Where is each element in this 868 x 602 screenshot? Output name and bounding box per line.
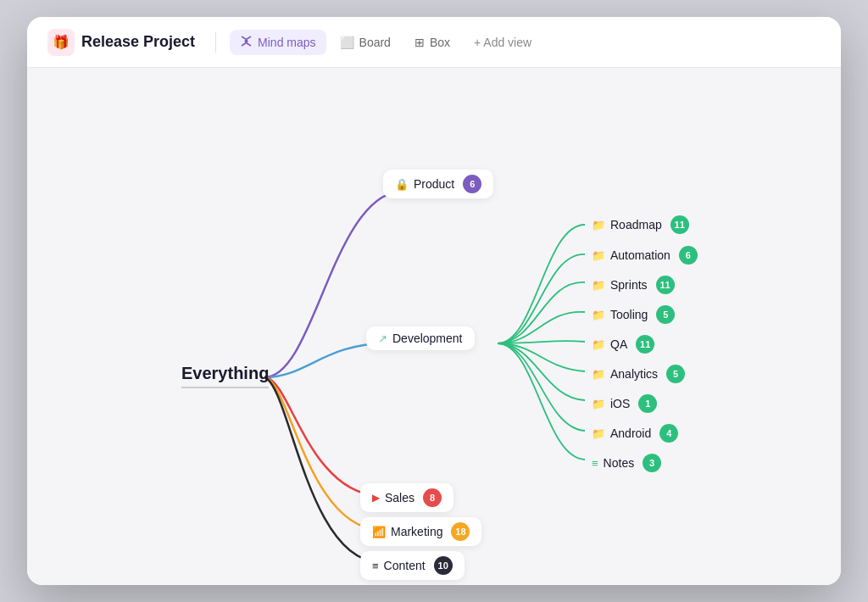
ios-icon: 📁	[592, 398, 605, 410]
tab-board-label: Board	[359, 36, 391, 49]
roadmap-icon: 📁	[592, 219, 605, 231]
node-sprints[interactable]: 📁 Sprints 11	[585, 272, 682, 298]
node-content[interactable]: ≡ Content 10	[360, 551, 465, 580]
marketing-badge: 18	[451, 522, 470, 541]
node-development-label: Development	[392, 332, 463, 345]
node-qa-label: QA	[610, 337, 627, 351]
tab-mindmaps[interactable]: Mind maps	[230, 30, 326, 55]
svg-line-2	[247, 36, 252, 40]
svg-line-3	[242, 42, 247, 46]
android-badge: 4	[659, 424, 678, 443]
node-tooling[interactable]: 📁 Tooling 5	[585, 302, 682, 327]
mindmaps-icon	[240, 35, 253, 50]
node-roadmap-label: Roadmap	[610, 218, 662, 231]
marketing-icon: 📶	[372, 526, 386, 538]
tab-board[interactable]: ⬜ Board	[330, 31, 401, 54]
sales-badge: 8	[423, 488, 442, 507]
notes-badge: 3	[643, 454, 661, 472]
node-tooling-label: Tooling	[610, 308, 648, 321]
node-notes[interactable]: ≡ Notes 3	[585, 450, 668, 476]
node-notes-label: Notes	[604, 456, 635, 470]
tab-box-label: Box	[430, 36, 450, 49]
project-title: Release Project	[81, 33, 195, 51]
tab-mindmaps-label: Mind maps	[258, 36, 315, 49]
node-everything-label: Everything	[181, 364, 269, 383]
project-icon: 🎁	[47, 29, 75, 56]
add-view-label: + Add view	[474, 36, 531, 49]
svg-line-4	[247, 42, 252, 46]
qa-icon: 📁	[592, 338, 605, 351]
mindmap-canvas: Everything 🔒 Product 6 ↗ Development ▶ S…	[27, 68, 841, 585]
svg-point-0	[245, 39, 248, 42]
android-icon: 📁	[592, 427, 605, 440]
board-icon: ⬜	[340, 36, 354, 49]
automation-icon: 📁	[592, 249, 605, 262]
node-product-label: Product	[414, 177, 454, 191]
node-automation-label: Automation	[610, 248, 670, 262]
node-android-label: Android	[610, 426, 651, 440]
header-divider	[215, 32, 216, 53]
node-sprints-label: Sprints	[610, 278, 648, 292]
node-roadmap[interactable]: 📁 Roadmap 11	[585, 212, 696, 237]
automation-badge: 6	[679, 246, 698, 265]
node-ios-label: iOS	[610, 397, 630, 410]
node-analytics[interactable]: 📁 Analytics 5	[585, 361, 692, 387]
node-development[interactable]: ↗ Development	[366, 326, 475, 350]
app-window: 🎁 Release Project Mind maps ⬜ Board	[27, 17, 841, 585]
node-ios[interactable]: 📁 iOS 1	[585, 391, 664, 416]
node-marketing[interactable]: 📶 Marketing 18	[360, 517, 481, 546]
add-view-button[interactable]: + Add view	[464, 31, 542, 54]
node-product[interactable]: 🔒 Product 6	[383, 170, 493, 198]
tooling-icon: 📁	[592, 309, 605, 321]
header: 🎁 Release Project Mind maps ⬜ Board	[27, 17, 841, 68]
node-everything[interactable]: Everything	[181, 360, 269, 388]
node-sales[interactable]: ▶ Sales 8	[360, 483, 453, 512]
nav-tabs: Mind maps ⬜ Board ⊞ Box + Add view	[230, 30, 542, 55]
sprints-badge: 11	[656, 276, 675, 294]
node-marketing-label: Marketing	[391, 525, 442, 538]
content-icon: ≡	[372, 560, 379, 572]
ios-badge: 1	[638, 394, 657, 413]
node-android[interactable]: 📁 Android 4	[585, 421, 685, 446]
node-sales-label: Sales	[385, 491, 415, 504]
sprints-icon: 📁	[592, 279, 605, 292]
notes-icon: ≡	[592, 457, 598, 470]
svg-line-1	[242, 36, 247, 40]
node-content-label: Content	[384, 559, 426, 572]
node-qa[interactable]: 📁 QA 11	[585, 332, 661, 357]
analytics-icon: 📁	[592, 368, 605, 381]
node-automation[interactable]: 📁 Automation 6	[585, 242, 704, 268]
product-badge: 6	[463, 175, 481, 193]
sales-icon: ▶	[372, 492, 380, 504]
tab-box[interactable]: ⊞ Box	[404, 31, 460, 54]
qa-badge: 11	[636, 335, 654, 354]
tooling-badge: 5	[656, 305, 675, 324]
product-icon: 🔒	[395, 178, 409, 191]
analytics-badge: 5	[666, 365, 685, 383]
roadmap-badge: 11	[670, 215, 689, 234]
content-badge: 10	[434, 556, 453, 575]
box-icon: ⊞	[415, 36, 425, 49]
node-analytics-label: Analytics	[610, 367, 658, 381]
dev-icon: ↗	[378, 332, 387, 345]
